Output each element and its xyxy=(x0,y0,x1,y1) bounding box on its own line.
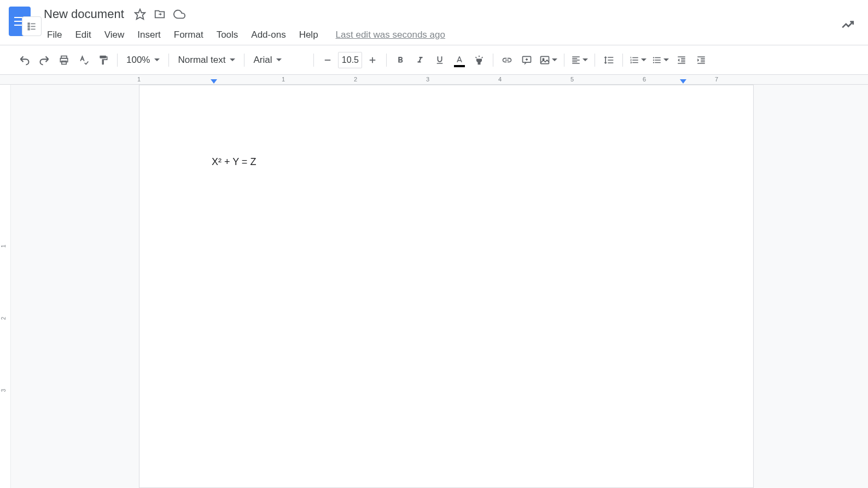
vertical-ruler[interactable]: 1 2 3 xyxy=(0,85,11,488)
chevron-down-icon xyxy=(276,58,282,61)
increase-indent-button[interactable] xyxy=(692,51,710,69)
chevron-down-icon xyxy=(582,58,588,61)
style-value: Normal text xyxy=(178,55,225,66)
text-color-button[interactable] xyxy=(450,51,469,69)
svg-rect-12 xyxy=(28,23,30,25)
chevron-down-icon xyxy=(663,58,669,61)
document-title[interactable]: New document xyxy=(42,6,126,22)
ruler-indent-marker-right[interactable] xyxy=(680,79,686,84)
document-content[interactable]: X² + Y = Z xyxy=(212,156,681,168)
svg-rect-16 xyxy=(28,28,30,30)
print-button[interactable] xyxy=(55,51,73,69)
redo-button[interactable] xyxy=(35,51,54,69)
chevron-down-icon xyxy=(230,58,235,61)
insert-image-button[interactable] xyxy=(537,51,560,69)
spellcheck-button[interactable] xyxy=(74,51,93,69)
menu-edit[interactable]: Edit xyxy=(69,27,96,43)
chevron-down-icon xyxy=(154,58,160,61)
italic-button[interactable] xyxy=(411,51,429,69)
font-size-input[interactable] xyxy=(338,52,362,68)
decrease-font-button[interactable] xyxy=(318,51,337,69)
ruler-tick: 4 xyxy=(498,76,502,83)
menu-insert[interactable]: Insert xyxy=(132,27,166,43)
align-button[interactable] xyxy=(569,51,590,69)
menu-format[interactable]: Format xyxy=(168,27,209,43)
menu-addons[interactable]: Add-ons xyxy=(246,27,291,43)
menu-tools[interactable]: Tools xyxy=(211,27,244,43)
zoom-value: 100% xyxy=(126,55,150,66)
ruler-tick: 6 xyxy=(643,76,646,83)
activity-icon[interactable] xyxy=(836,13,859,36)
font-select[interactable]: Arial xyxy=(249,51,309,69)
menu-view[interactable]: View xyxy=(99,27,130,43)
menu-file[interactable]: File xyxy=(42,27,67,43)
ruler-tick: 2 xyxy=(1,317,7,320)
star-icon[interactable] xyxy=(134,8,146,20)
chevron-down-icon xyxy=(641,58,646,61)
move-icon[interactable] xyxy=(154,8,166,20)
style-select[interactable]: Normal text xyxy=(173,51,240,69)
header-bar: New document File Edit View Insert Forma… xyxy=(0,0,868,45)
ruler-tick: 1 xyxy=(282,76,285,83)
ruler-tick: 7 xyxy=(715,76,718,83)
insert-link-button[interactable] xyxy=(498,51,516,69)
ruler-tick: 2 xyxy=(354,76,357,83)
svg-marker-0 xyxy=(135,9,145,19)
ruler-indent-marker-left[interactable] xyxy=(211,79,217,84)
ruler-tick: 1 xyxy=(1,245,7,248)
ruler-tick: 5 xyxy=(570,76,574,83)
ruler-tick: 3 xyxy=(1,389,7,392)
ruler-tick: 3 xyxy=(426,76,429,83)
document-page[interactable]: X² + Y = Z xyxy=(139,85,754,488)
outline-toggle-button[interactable] xyxy=(22,16,42,36)
highlight-button[interactable] xyxy=(470,51,488,69)
ruler-tick: 1 xyxy=(137,76,141,83)
svg-rect-14 xyxy=(28,26,30,27)
paint-format-button[interactable] xyxy=(94,51,113,69)
horizontal-ruler[interactable]: 1 1 2 3 4 5 6 7 xyxy=(0,75,868,85)
menu-help[interactable]: Help xyxy=(294,27,324,43)
menubar: File Edit View Insert Format Tools Add-o… xyxy=(42,25,836,45)
font-value: Arial xyxy=(253,55,272,66)
add-comment-button[interactable] xyxy=(517,51,536,69)
last-edit-link[interactable]: Last edit was seconds ago xyxy=(336,30,445,40)
bulleted-list-button[interactable] xyxy=(650,51,671,69)
bold-button[interactable] xyxy=(391,51,410,69)
cloud-status-icon[interactable] xyxy=(173,8,185,20)
document-area: 1 2 3 X² + Y = Z xyxy=(0,85,868,488)
underline-button[interactable] xyxy=(430,51,449,69)
line-spacing-button[interactable] xyxy=(599,51,618,69)
decrease-indent-button[interactable] xyxy=(672,51,691,69)
numbered-list-button[interactable] xyxy=(627,51,649,69)
undo-button[interactable] xyxy=(15,51,34,69)
increase-font-button[interactable] xyxy=(363,51,382,69)
chevron-down-icon xyxy=(552,58,557,61)
toolbar: 100% Normal text Arial xyxy=(0,45,868,75)
zoom-select[interactable]: 100% xyxy=(122,51,164,69)
